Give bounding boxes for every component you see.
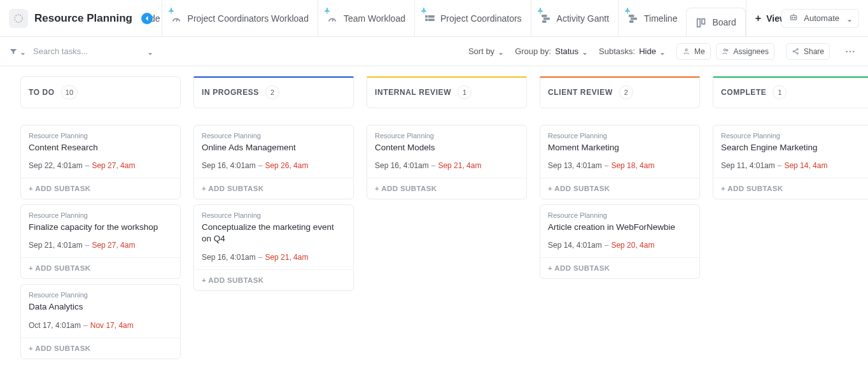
card-dates: Sep 11, 4:01am–Sep 14, 4am [721, 161, 865, 170]
plus-icon: + [755, 13, 761, 24]
tab-timeline[interactable]: Timeline [618, 0, 686, 36]
tab-board[interactable]: Board [686, 8, 745, 36]
task-card[interactable]: Resource PlanningArticle creation in Web… [540, 204, 700, 279]
column-title: COMPLETE [721, 88, 766, 97]
card-title: Conceptualize the marketing event on Q4 [202, 222, 346, 245]
group-by-button[interactable]: Group by: Status [515, 46, 587, 56]
start-date: Sep 16, 4:01am [375, 161, 429, 170]
board-icon [696, 17, 707, 28]
task-card[interactable]: Resource PlanningContent ModelsSep 16, 4… [367, 125, 527, 199]
task-card[interactable]: Resource PlanningContent ResearchSep 22,… [20, 125, 181, 199]
list-icon [424, 13, 435, 24]
card-dates: Sep 21, 4:01am–Sep 27, 4am [29, 241, 172, 250]
scroll-views-left-button[interactable] [140, 11, 154, 25]
assignees-filter-button[interactable]: Assignees [716, 43, 774, 60]
user-icon [682, 47, 690, 55]
start-date: Sep 21, 4:01am [29, 241, 83, 250]
pill-group: Me Assignees [676, 43, 774, 60]
card-dates: Sep 16, 4:01am–Sep 21, 4am [202, 253, 346, 262]
tab-label: Board [712, 17, 736, 27]
card-breadcrumb: Resource Planning [202, 132, 346, 139]
svg-point-10 [846, 50, 848, 52]
tab-workload1[interactable]: Project Coordinators Workload [162, 0, 318, 36]
robot-icon [788, 12, 799, 24]
card-title: Content Models [375, 142, 519, 153]
filter-button[interactable] [9, 47, 25, 56]
task-card[interactable]: Resource PlanningMoment MarketingSep 13,… [540, 125, 700, 199]
column-header[interactable]: CLIENT REVIEW2 [540, 76, 700, 108]
svg-point-4 [685, 49, 687, 51]
start-date: Sep 14, 4:01am [548, 241, 602, 250]
card-dates: Sep 13, 4:01am–Sep 18, 4am [548, 161, 692, 170]
me-label: Me [694, 47, 705, 56]
column-count-badge: 2 [265, 85, 279, 99]
add-subtask-button[interactable]: ADD SUBTASK [21, 257, 180, 278]
end-date: Sep 21, 4am [438, 161, 481, 170]
search-options-button[interactable] [148, 49, 153, 54]
svg-point-9 [797, 53, 798, 54]
card-dates: Sep 16, 4:01am–Sep 26, 4am [202, 161, 346, 170]
add-subtask-button[interactable]: ADD SUBTASK [540, 178, 699, 199]
sort-by-button[interactable]: Sort by [468, 46, 503, 56]
more-options-button[interactable] [841, 43, 859, 60]
end-date: Sep 20, 4am [611, 241, 654, 250]
column-header[interactable]: INTERNAL REVIEW1 [367, 76, 527, 108]
sort-label: Sort by [468, 46, 494, 56]
search-input[interactable] [32, 46, 143, 57]
share-button[interactable]: Share [786, 43, 830, 60]
end-date: Sep 18, 4am [611, 161, 654, 170]
me-filter-button[interactable]: Me [676, 43, 711, 60]
task-card[interactable]: Resource PlanningData AnalyticsOct 17, 4… [20, 284, 181, 359]
automate-button[interactable]: Automate [781, 9, 859, 28]
column-count-badge: 1 [458, 85, 472, 99]
add-view-label: View [766, 13, 781, 24]
views-container: de Project Coordinators WorkloadTeam Wor… [140, 0, 781, 36]
add-subtask-button[interactable]: ADD SUBTASK [21, 178, 180, 199]
gantt-icon [627, 13, 639, 24]
column: IN PROGRESS2Resource PlanningOnline Ads … [193, 76, 354, 370]
task-card[interactable]: Resource PlanningOnline Ads ManagementSe… [193, 125, 354, 199]
start-date: Sep 11, 4:01am [721, 161, 775, 170]
task-card[interactable]: Resource PlanningFinalize capacity for t… [20, 204, 181, 279]
card-breadcrumb: Resource Planning [29, 132, 172, 139]
task-card[interactable]: Resource PlanningSearch Engine Marketing… [713, 125, 868, 199]
column-count-badge: 2 [619, 85, 633, 99]
tab-gantt[interactable]: Activity Gantt [531, 0, 618, 36]
tab-workload2[interactable]: Team Workload [318, 0, 414, 36]
add-subtask-button[interactable]: ADD SUBTASK [194, 178, 353, 199]
add-view-button[interactable]: +View [746, 0, 782, 36]
tab-label: Timeline [644, 13, 677, 24]
column-count-badge: 10 [61, 85, 78, 99]
tab-label: Activity Gantt [557, 13, 609, 24]
subtasks-toggle-button[interactable]: Subtasks: Hide [599, 46, 665, 56]
column-title: TO DO [29, 88, 55, 97]
start-date: Sep 22, 4:01am [29, 161, 83, 170]
chevron-down-icon [20, 49, 25, 54]
card-breadcrumb: Resource Planning [721, 132, 865, 139]
add-subtask-button[interactable]: ADD SUBTASK [713, 178, 868, 199]
end-date: Sep 27, 4am [92, 161, 135, 170]
add-subtask-button[interactable]: ADD SUBTASK [367, 178, 526, 199]
workload-icon [171, 13, 183, 24]
column-header[interactable]: IN PROGRESS2 [193, 76, 354, 108]
card-title: Moment Marketing [548, 142, 692, 153]
column: COMPLETE1Resource PlanningSearch Engine … [713, 76, 868, 370]
task-card[interactable]: Resource PlanningConceptualize the marke… [193, 204, 354, 290]
svg-point-12 [853, 50, 855, 52]
share-label: Share [804, 47, 824, 56]
cards-container: Resource PlanningMoment MarketingSep 13,… [540, 125, 700, 279]
add-subtask-button[interactable]: ADD SUBTASK [21, 338, 180, 359]
svg-point-8 [797, 48, 798, 50]
column-header[interactable]: TO DO10 [20, 76, 181, 108]
toolbar-left [9, 46, 153, 57]
tab-list1[interactable]: Project Coordinators [414, 0, 531, 36]
svg-point-7 [793, 50, 794, 52]
card-title: Content Research [29, 142, 172, 153]
column-title: CLIENT REVIEW [548, 88, 613, 97]
cards-container: Resource PlanningContent ResearchSep 22,… [20, 125, 181, 359]
tab-label: Project Coordinators [440, 13, 522, 24]
board: TO DO10Resource PlanningContent Research… [0, 66, 868, 370]
add-subtask-button[interactable]: ADD SUBTASK [540, 257, 699, 278]
add-subtask-button[interactable]: ADD SUBTASK [194, 269, 353, 290]
column-header[interactable]: COMPLETE1 [713, 76, 868, 108]
